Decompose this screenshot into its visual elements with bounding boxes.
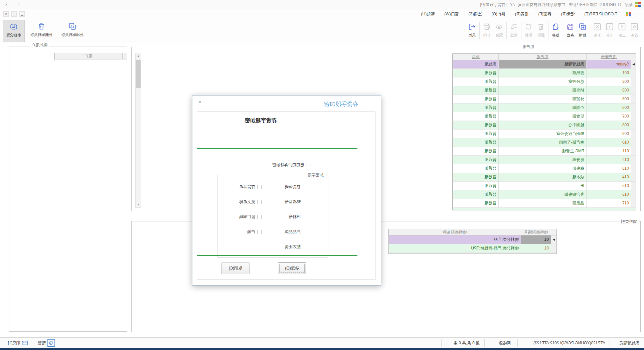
window-bottom-edge [0, 348, 644, 350]
close-button[interactable]: × [4, 2, 9, 7]
table-row[interactable]: 016 客户服务部 普通组 [453, 190, 636, 199]
parameter-settings-icon [10, 23, 18, 31]
ok-button[interactable]: 确定(O) [278, 262, 306, 274]
status-separator [484, 339, 485, 347]
table-row[interactable]: 009 知识产权办公室 普通组 [453, 130, 636, 138]
table-row[interactable]: ▶ 01 物料分类:产品 [388, 235, 556, 244]
menu-item-help[interactable]: 帮助(H) [421, 11, 436, 18]
refresh-button[interactable]: 刷新 [522, 20, 535, 41]
table-row[interactable]: 002 总经理室 普通组 [453, 77, 636, 86]
first-record-button[interactable]: 首条 [628, 20, 641, 41]
previous-record-button[interactable]: 上条 [616, 20, 628, 41]
field-checkbox-origin[interactable] [258, 230, 262, 234]
field-checkbox-english-name[interactable] [258, 200, 262, 204]
divider [197, 255, 357, 256]
status-record-count: 第 0 条,共 0 条 [454, 338, 480, 348]
enable-encryption-checkbox-row: 启用用户存货加密 [272, 162, 311, 168]
field-checkbox-row: 规格型号 [285, 199, 307, 205]
table-row[interactable]: 007 研发部 普通组 [453, 112, 636, 121]
toolbar-separator [57, 22, 57, 40]
field-checkbox-inventory-code[interactable] [303, 185, 307, 189]
table-row[interactable]: 012 财务部 普通组 [453, 156, 636, 164]
add-button[interactable]: 新增 [577, 20, 589, 41]
column-header-username[interactable]: 用户名 [498, 54, 586, 60]
mdi-minimize-button[interactable] [19, 11, 25, 17]
last-record-button[interactable]: 末条 [591, 20, 604, 41]
field-checkbox-product-brand[interactable] [303, 230, 307, 234]
field-checkbox-old-part-no[interactable] [303, 215, 307, 219]
app-logo-icon [635, 2, 641, 7]
table-row[interactable]: 001 资讯部 普通组 [453, 69, 636, 77]
status-connection: ATP123(YOUNG-PC/SQL2012:ATP123) [533, 338, 605, 348]
dialog-body: 存货字段加密 启用用户存货加密 加密字段 存货编码 规格型号 [197, 112, 375, 280]
close-form-button[interactable]: 关闭 [466, 20, 478, 41]
restore-button[interactable] [17, 2, 22, 7]
save-button[interactable]: 存盘 [564, 20, 577, 41]
menu-item-report[interactable]: 报表(R) [514, 11, 529, 18]
table-row[interactable]: 013 税务组 普通组 [453, 164, 636, 173]
encrypted-fields-group: 加密字段 存货编码 规格型号 旧料号 产品品 [217, 175, 328, 257]
menu-item-record[interactable]: 记录(R) [560, 11, 576, 18]
table-row[interactable]: 006 企划部 普通组 [453, 104, 636, 112]
filter-icon [510, 23, 518, 31]
table-row[interactable]: 014 成本组 普通组 [453, 173, 636, 182]
scroll-up-arrow[interactable]: ▲ [136, 53, 141, 59]
dialog-close-icon[interactable]: × [196, 99, 203, 106]
mdi-restore-button[interactable] [11, 11, 17, 17]
table-row[interactable]: 011 PMC-主管组 普通组 [453, 147, 636, 156]
table-row[interactable]: 008 检测中心 普通组 [453, 121, 636, 130]
batch-delete-category-button[interactable]: 批删物料类别 [27, 20, 56, 42]
user-group-panel-label: 用户组 [521, 44, 536, 50]
table-row[interactable]: 015 IE 普通组 [453, 182, 636, 190]
filter-button[interactable]: 筛选 [508, 20, 520, 41]
menu-item-operation[interactable]: 操作(O) [491, 11, 506, 18]
next-record-button[interactable]: 下条 [604, 20, 616, 41]
field-checkbox-formula-ratio[interactable] [303, 245, 307, 249]
batch-add-category-button[interactable]: 批增物料类别 [58, 20, 87, 42]
table-row[interactable]: 003 销售部 普通组 [453, 86, 636, 95]
preview-button[interactable]: 预览 [493, 20, 505, 41]
column-header-user[interactable]: 用户 [54, 53, 122, 59]
delete-button[interactable]: 删除 [535, 20, 547, 41]
scroll-down-arrow[interactable]: ▼ [136, 202, 141, 207]
discard-button[interactable]: 放弃 [549, 20, 562, 41]
menu-item-tgroup-erp[interactable]: T-GROUP ERP(E) [584, 11, 618, 17]
mdi-close-button[interactable]: × [3, 11, 9, 17]
toolbar-separator [521, 22, 521, 39]
field-checkbox-row: 产地 [247, 229, 262, 235]
status-separator [517, 339, 518, 347]
mdi-child-icon [626, 12, 631, 16]
field-checkbox-inventory-name[interactable] [258, 185, 262, 189]
scrollbar-thumb[interactable] [136, 60, 141, 88]
next-record-icon [606, 23, 614, 31]
envelope-icon [22, 341, 28, 345]
column-header-type[interactable]: 类型 [453, 54, 498, 60]
field-checkbox-oem-code[interactable] [258, 215, 262, 219]
parameter-settings-button[interactable]: 参数设置 [3, 20, 25, 42]
cancel-button[interactable]: 取消(C) [221, 262, 250, 274]
status-separator [610, 339, 610, 347]
enable-encryption-label: 启用用户存货加密 [272, 162, 304, 168]
vertical-scrollbar[interactable]: ▲ ▼ [135, 53, 141, 208]
alert-button[interactable]: 预警 [38, 338, 55, 348]
menu-item-interface[interactable]: 界面(F) [538, 11, 552, 18]
column-header-category-name[interactable]: 物料类别名称 [388, 229, 521, 235]
message-button[interactable]: 消息[1] [8, 338, 28, 348]
menu-item-options[interactable]: 选项(S) [468, 11, 483, 18]
table-row[interactable]: 005 外贸部 普通组 [453, 95, 636, 104]
inventory-field-encryption-dialog: 存货字段加密 × 存货字段加密 启用用户存货加密 加密字段 存货编码 [192, 95, 381, 286]
menu-item-window[interactable]: 窗口(W) [444, 11, 459, 18]
table-row[interactable]: 01 物料分类:产品-弹性体:TPU [388, 244, 556, 253]
print-button[interactable]: 打印 [481, 20, 493, 41]
column-header-category-code[interactable]: 物料类别编号 [521, 229, 551, 235]
table-row[interactable]: 017 品质部 普通组 [453, 199, 636, 208]
field-checkbox-spec-model[interactable] [303, 200, 307, 204]
enable-encryption-checkbox[interactable] [307, 163, 311, 167]
toolbar-separator [548, 22, 548, 39]
status-separator [441, 339, 442, 347]
column-header-account[interactable]: 用户账号 [586, 54, 631, 60]
minimize-button[interactable] [31, 2, 35, 7]
table-row[interactable]: 010 生产部-车间组 普通组 [453, 138, 636, 147]
table-row[interactable]: ▶ System 系统管理组 系统组 [453, 60, 636, 69]
toolbar-separator [26, 22, 26, 40]
